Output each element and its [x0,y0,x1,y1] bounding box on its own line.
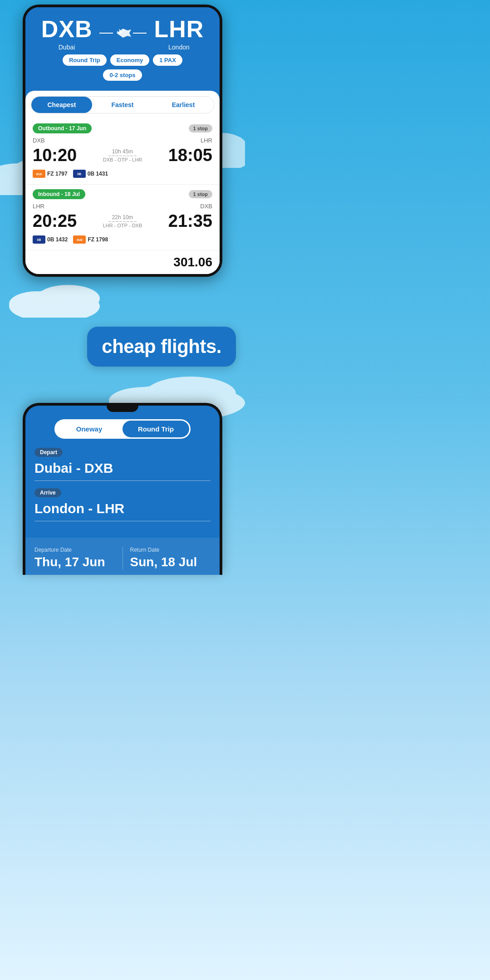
outbound-route-info: 10h 45m DXB - OTP - LHR [77,148,168,163]
destination-code: LHR [154,15,204,43]
inbound-duration: 22h 10m [80,214,165,220]
outbound-from: DXB [33,137,45,144]
inbound-route-info: 22h 10m LHR - OTP - DXB [77,214,168,229]
toggle-oneway[interactable]: Oneway [56,421,122,437]
inbound-airline-1: 0B 0B 1432 [33,235,68,244]
phone-top: DXB Dubai ✈ LHR London Round Trip [23,5,222,277]
inbound-to: DXB [200,203,212,210]
outbound-duration: 10h 45m [80,148,165,155]
depart-label: Depart [34,448,63,457]
inbound-times: 20:25 22h 10m LHR - OTP - DXB 21:35 [33,211,212,231]
departure-date-block[interactable]: Departure Date Thu, 17 Jun [34,547,115,569]
inbound-route-path: LHR - OTP - DXB [80,223,165,228]
stops-pill[interactable]: 0-2 stops [103,69,142,81]
inbound-airline-logo-fz: dub [73,235,86,244]
results-area: Cheapest Fastest Earliest Outbound - 17 … [25,91,220,274]
outbound-dep-time: 10:20 [33,146,77,165]
search-form: Depart Dubai - DXB Arrive London - LHR [25,448,220,538]
inbound-label: Inbound - 18 Jul [33,189,85,199]
arrive-value[interactable]: London - LHR [34,501,211,521]
outbound-label: Outbound - 17 Jun [33,123,92,133]
promo-bubble: cheap flights. [87,327,236,367]
return-date-label: Return Date [130,547,211,553]
inbound-from: LHR [33,203,44,210]
phone-bottom: Oneway Round Trip Depart Dubai - DXB Arr… [23,403,222,575]
outbound-flight-2: 0B 1431 [88,171,108,177]
inbound-dep-time: 20:25 [33,211,77,231]
toggle-roundtrip[interactable]: Round Trip [122,421,189,437]
airports-row: DXB Dubai ✈ LHR London [34,15,211,51]
return-date-value: Sun, 18 Jul [130,555,211,569]
outbound-airlines: dub FZ 1797 0B 0B 1431 [33,170,212,178]
inbound-header: Inbound - 18 Jul 1 stop [33,189,212,199]
plane-icon-wrap: ✈ [99,27,147,39]
origin-code: DXB [41,15,93,43]
inbound-airports: LHR DXB [33,203,212,210]
return-date-block[interactable]: Return Date Sun, 18 Jul [130,547,211,569]
partial-price-row: 301.06 [25,250,220,274]
airline-logo-fz: dub [33,170,45,178]
promo-text: cheap flights. [102,336,221,357]
tab-cheapest[interactable]: Cheapest [31,97,92,113]
inbound-arr-time: 21:35 [168,211,212,231]
flight-header: DXB Dubai ✈ LHR London Round Trip [25,7,220,91]
inbound-stops: 1 stop [189,190,212,198]
destination-block: LHR London [154,15,204,51]
promo-section: cheap flights. [0,309,245,380]
plane-icon: ✈ [115,27,131,39]
outbound-route-path: DXB - OTP - LHR [80,157,165,162]
trip-type-toggle: Oneway Round Trip [34,419,211,439]
inbound-airline-logo-0b: 0B [33,235,45,244]
svg-text:✈: ✈ [117,28,123,37]
route-dashes [80,156,165,157]
inbound-card[interactable]: Inbound - 18 Jul 1 stop LHR DXB 20:25 22… [25,185,220,250]
inbound-airline-2: dub FZ 1798 [73,235,108,244]
inbound-flight-2: FZ 1798 [88,236,108,243]
partial-price: 301.06 [173,255,212,269]
outbound-arr-time: 18:05 [168,146,212,165]
depart-value[interactable]: Dubai - DXB [34,461,211,481]
date-divider [122,547,123,569]
trip-type-pill[interactable]: Round Trip [63,54,107,66]
pax-pill[interactable]: 1 PAX [153,54,182,66]
inbound-route-dashes [80,221,165,222]
date-row: Departure Date Thu, 17 Jun Return Date S… [25,543,220,575]
outbound-flight-1: FZ 1797 [47,171,68,177]
airline-logo-0b: 0B [73,170,86,178]
outbound-airline-1: dub FZ 1797 [33,170,68,178]
sort-tabs: Cheapest Fastest Earliest [31,96,214,113]
outbound-times: 10:20 10h 45m DXB - OTP - LHR 18:05 [33,146,212,165]
outbound-stops: 1 stop [189,124,212,132]
outbound-airline-2: 0B 0B 1431 [73,170,108,178]
dates-section: Departure Date Thu, 17 Jun Return Date S… [25,538,220,575]
tab-fastest[interactable]: Fastest [92,97,153,113]
phone-notch [107,406,138,412]
toggle-container: Oneway Round Trip [54,419,191,439]
outbound-airports: DXB LHR [33,137,212,144]
departure-date-label: Departure Date [34,547,115,553]
outbound-to: LHR [201,137,212,144]
origin-name: Dubai [41,44,93,51]
outbound-header: Outbound - 17 Jun 1 stop [33,123,212,133]
filter-pills: Round Trip Economy 1 PAX 0-2 stops [34,51,211,86]
tab-earliest[interactable]: Earliest [153,97,214,113]
cabin-pill[interactable]: Economy [110,54,150,66]
departure-date-value: Thu, 17 Jun [34,555,115,569]
inbound-airlines: 0B 0B 1432 dub FZ 1798 [33,235,212,244]
origin-block: DXB Dubai [41,15,93,51]
inbound-flight-1: 0B 1432 [47,236,68,243]
outbound-card[interactable]: Outbound - 17 Jun 1 stop DXB LHR 10:20 1… [25,119,220,185]
destination-name: London [154,44,204,51]
arrive-label: Arrive [34,488,61,497]
